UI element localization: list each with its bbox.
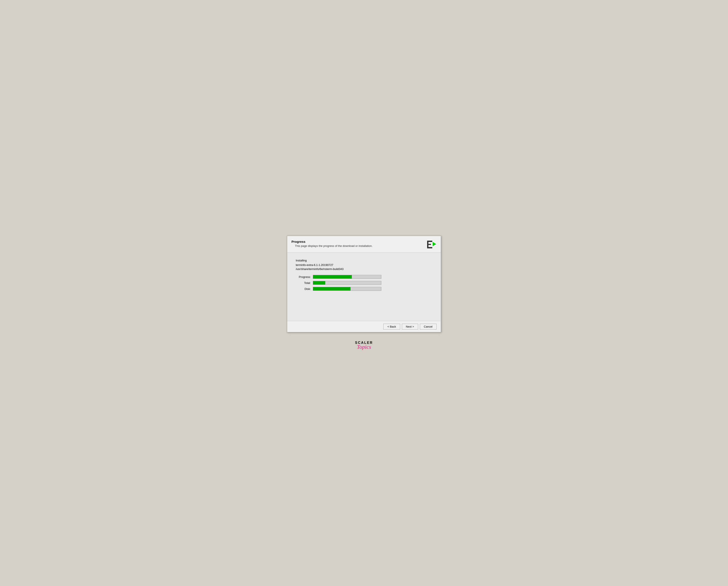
progress-label-disk: Disk:: [296, 287, 311, 290]
main-wrapper: Progress This page displays the progress…: [287, 236, 441, 350]
progress-bar-fill-total: [313, 281, 325, 284]
progress-bar-progress: [313, 275, 381, 279]
progress-label-total: Total:: [296, 281, 311, 284]
progress-row-total: Total:: [296, 281, 432, 285]
dialog-body: Installing terminfo-extra-6.1-1.20190727…: [287, 252, 441, 321]
dialog-header: Progress This page displays the progress…: [287, 236, 441, 252]
svg-rect-1: [427, 241, 432, 242]
installer-dialog: Progress This page displays the progress…: [287, 236, 441, 332]
package-name: terminfo-extra-6.1-1.20190727: [296, 263, 432, 266]
file-path: /usr/share/terminfo/6e/nsterm-build343: [296, 267, 432, 271]
progress-bar-fill-disk: [313, 287, 350, 290]
progress-label-progress: Progress:: [296, 275, 311, 279]
scaler-brand: SCALER Topics: [355, 341, 373, 350]
progress-row-disk: Disk:: [296, 287, 432, 291]
progress-bar-fill-progress: [313, 275, 352, 279]
svg-rect-3: [427, 247, 432, 248]
topics-label: Topics: [357, 344, 371, 350]
brand-icon: [426, 240, 437, 249]
svg-rect-2: [427, 244, 431, 245]
progress-bar-total: [313, 281, 381, 285]
dialog-subtitle: This page displays the progress of the d…: [295, 244, 372, 248]
next-button[interactable]: Next >: [402, 324, 418, 330]
progress-section: Progress: Total: Disk:: [296, 275, 432, 291]
svg-marker-4: [433, 242, 436, 246]
header-text: Progress This page displays the progress…: [291, 240, 372, 248]
dialog-footer: < Back Next > Cancel: [287, 321, 441, 332]
installing-label: Installing: [296, 259, 432, 262]
progress-bar-disk: [313, 287, 381, 291]
cancel-button[interactable]: Cancel: [420, 324, 437, 330]
logo-icon: [427, 240, 436, 249]
back-button[interactable]: < Back: [383, 324, 400, 330]
dialog-title: Progress: [291, 240, 372, 244]
progress-row-progress: Progress:: [296, 275, 432, 279]
